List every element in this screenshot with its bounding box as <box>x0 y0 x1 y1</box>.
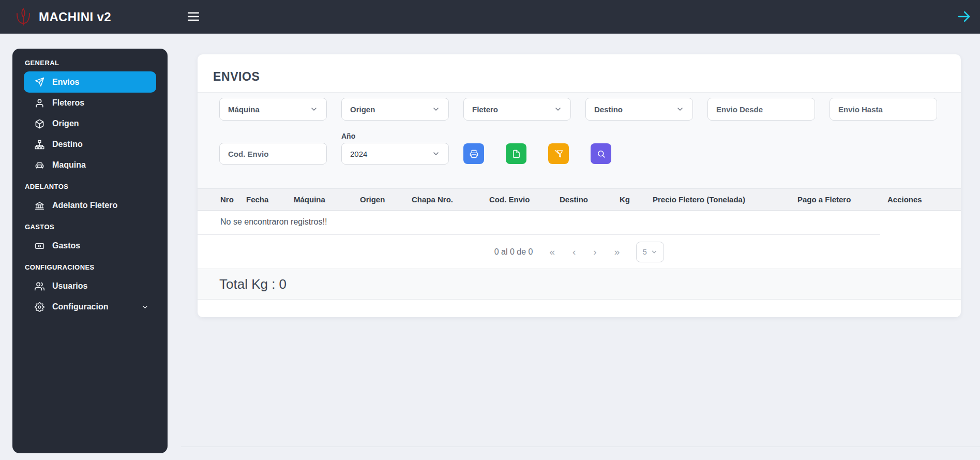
sidebar-item-label: Maquina <box>52 160 86 170</box>
sidebar-item-fleteros[interactable]: Fleteros <box>24 93 156 113</box>
sidebar-item-destino[interactable]: Destino <box>24 134 156 155</box>
sidebar-item-maquina[interactable]: Maquina <box>24 155 156 175</box>
search-icon <box>597 150 606 158</box>
total-strip: Total Kg : 0 <box>198 269 961 300</box>
sidebar-item-configuracion[interactable]: Configuracion <box>24 296 156 317</box>
destino-filter-value: Destino <box>594 105 623 114</box>
filter-off-icon <box>554 150 563 158</box>
sidebar-item-label: Envios <box>52 78 79 87</box>
footer-divider <box>181 447 980 447</box>
envios-card: ENVIOS Máquina Origen Fletero <box>198 54 961 317</box>
export-button[interactable] <box>506 143 526 164</box>
filter-row-1: Máquina Origen Fletero Destino <box>219 98 939 121</box>
origen-filter-value: Origen <box>350 105 375 114</box>
sidebar-item-label: Origen <box>52 119 79 128</box>
chevron-down-icon <box>676 105 684 113</box>
sidebar-item-adelanto-fletero[interactable]: Adelanto Fletero <box>24 195 156 216</box>
table-header-row: Nro Fecha Máquina Origen Chapa Nro. Cod.… <box>198 189 961 211</box>
sidebar-item-label: Adelanto Fletero <box>52 201 117 210</box>
sidebar-section-gastos: GASTOS <box>24 223 156 231</box>
bank-icon <box>35 201 44 211</box>
envio-desde-input[interactable] <box>707 98 815 121</box>
column-header-precio-fletero: Precio Fletero (Tonelada) <box>645 189 790 211</box>
sitemap-icon <box>35 140 44 150</box>
sidebar: GENERAL Envios Fleteros Origen <box>12 49 168 453</box>
destino-filter-select[interactable]: Destino <box>585 98 693 121</box>
next-page-button[interactable]: › <box>592 246 597 258</box>
anio-select[interactable]: 2024 <box>341 143 449 165</box>
brand: MACHINI v2 <box>0 7 111 27</box>
column-header-origen: Origen <box>353 189 404 211</box>
sidebar-item-label: Configuracion <box>52 302 108 311</box>
maquina-filter-select[interactable]: Máquina <box>219 98 327 121</box>
sidebar-item-origen[interactable]: Origen <box>24 113 156 134</box>
sidebar-item-gastos[interactable]: Gastos <box>24 235 156 256</box>
print-button[interactable] <box>463 143 484 164</box>
column-header-nro: Nro <box>198 189 239 211</box>
pagination: 0 al 0 de 0 « ‹ › » 5 <box>198 235 961 269</box>
search-button[interactable] <box>591 143 611 164</box>
column-header-pago-fletero: Pago a Fletero <box>790 189 880 211</box>
anio-field: Año 2024 <box>341 132 449 165</box>
app-title: MACHINI v2 <box>39 10 111 24</box>
filter-section: Máquina Origen Fletero Destino <box>198 93 961 188</box>
empty-row: No se encontraron registros!! <box>198 211 961 235</box>
chevron-down-icon <box>310 105 318 113</box>
filter-row-2: Año 2024 <box>219 132 939 165</box>
column-header-destino: Destino <box>552 189 612 211</box>
chevron-down-icon <box>651 248 658 256</box>
top-navbar: MACHINI v2 <box>0 0 980 34</box>
car-icon <box>35 160 44 170</box>
previous-page-button[interactable]: ‹ <box>571 246 577 258</box>
person-icon <box>35 98 44 108</box>
column-header-cod-envio: Cod. Envio <box>482 189 552 211</box>
page-size-select[interactable]: 5 <box>636 242 664 262</box>
fletero-filter-select[interactable]: Fletero <box>463 98 571 121</box>
file-icon <box>512 150 521 158</box>
maquina-filter-value: Máquina <box>228 105 260 114</box>
chevron-down-icon <box>141 303 149 311</box>
anio-label: Año <box>341 132 449 140</box>
page-title: ENVIOS <box>213 70 945 84</box>
column-header-kg: Kg <box>612 189 645 211</box>
cod-envio-input[interactable] <box>219 143 327 165</box>
sidebar-section-configuraciones: CONFIGURACIONES <box>24 263 156 271</box>
page-size-value: 5 <box>643 247 647 256</box>
action-buttons <box>463 143 693 165</box>
sidebar-section-general: GENERAL <box>24 59 156 67</box>
chevron-down-icon <box>432 150 440 158</box>
pagination-summary: 0 al 0 de 0 <box>494 247 533 257</box>
cube-icon <box>35 119 44 129</box>
logout-button[interactable] <box>956 9 972 24</box>
chevron-down-icon <box>432 105 440 113</box>
sidebar-item-label: Destino <box>52 140 83 149</box>
logo-icon <box>14 7 32 27</box>
anio-value: 2024 <box>350 150 367 158</box>
fletero-filter-value: Fletero <box>472 105 498 114</box>
users-icon <box>35 281 44 291</box>
empty-message: No se encontraron registros!! <box>198 211 880 235</box>
money-icon <box>35 241 44 251</box>
origen-filter-select[interactable]: Origen <box>341 98 449 121</box>
envio-hasta-input[interactable] <box>830 98 937 121</box>
sidebar-item-envios[interactable]: Envios <box>24 71 156 93</box>
first-page-button[interactable]: « <box>548 246 556 258</box>
envios-table: Nro Fecha Máquina Origen Chapa Nro. Cod.… <box>198 188 961 235</box>
sidebar-item-label: Usuarios <box>52 281 87 291</box>
arrow-right-icon <box>956 9 972 24</box>
gear-icon <box>35 302 44 312</box>
total-kg-label: Total Kg : 0 <box>219 276 287 292</box>
hamburger-icon <box>186 9 201 24</box>
paper-plane-icon <box>35 77 44 87</box>
last-page-button[interactable]: » <box>613 246 621 258</box>
column-header-maquina: Máquina <box>287 189 353 211</box>
clear-filters-button[interactable] <box>548 143 569 164</box>
hamburger-menu-button[interactable] <box>186 9 201 24</box>
column-header-fecha: Fecha <box>239 189 287 211</box>
printer-icon <box>470 150 478 158</box>
column-header-chapa: Chapa Nro. <box>404 189 482 211</box>
sidebar-section-adelantos: ADELANTOS <box>24 183 156 190</box>
card-header: ENVIOS <box>198 54 961 93</box>
sidebar-item-usuarios[interactable]: Usuarios <box>24 276 156 296</box>
column-header-acciones: Acciones <box>880 189 961 211</box>
